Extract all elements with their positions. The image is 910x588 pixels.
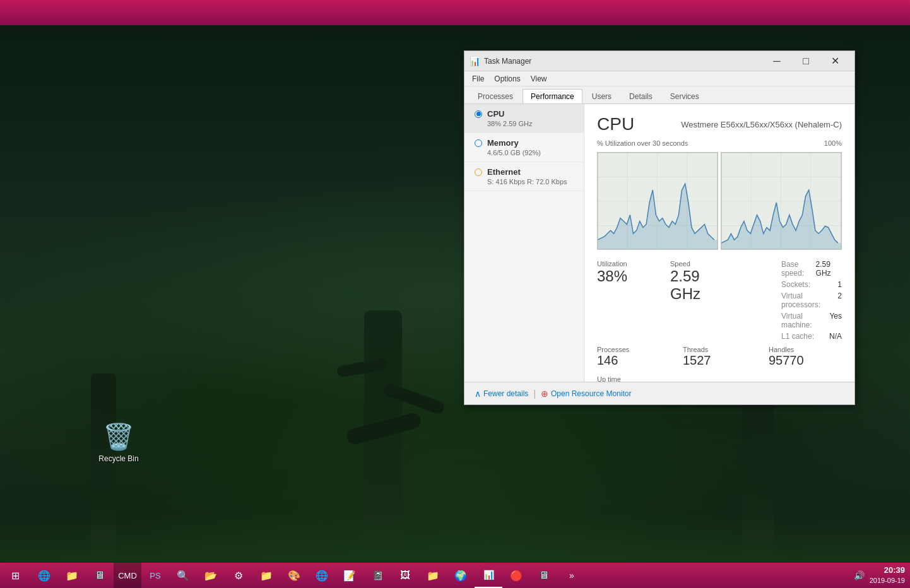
taskbar-word[interactable]: 📝 xyxy=(336,563,363,588)
base-speed-label: Base speed: xyxy=(781,260,816,278)
tab-details[interactable]: Details xyxy=(621,89,661,103)
sidebar-memory-header: Memory xyxy=(475,138,576,148)
taskbar-chrome[interactable]: 🔴 xyxy=(502,563,530,588)
cpu-chart-2-svg xyxy=(721,153,841,249)
tm-title: Task Manager xyxy=(484,57,762,66)
sidebar-item-cpu[interactable]: CPU 38% 2.59 GHz xyxy=(464,104,584,133)
taskbar-more[interactable]: » xyxy=(558,563,586,588)
tm-cpu-panel: CPU Westmere E56xx/L56xx/X56xx (Nehalem-… xyxy=(584,104,854,382)
taskbar-explorer[interactable]: 📁 xyxy=(58,563,86,588)
taskbar-files[interactable]: 📁 xyxy=(419,563,447,588)
tab-performance[interactable]: Performance xyxy=(523,89,582,103)
tm-minimize-button[interactable]: ─ xyxy=(762,51,791,71)
taskbar-taskmgr[interactable]: 📊 xyxy=(475,563,502,588)
cpu-title: CPU xyxy=(597,114,634,134)
cpu-details-right: Base speed: 2.59 GHz Sockets: 1 Virtual … xyxy=(781,260,842,343)
tab-services[interactable]: Services xyxy=(662,89,707,103)
stat-threads: Threads 1527 xyxy=(683,346,756,368)
tm-menu-options[interactable]: Options xyxy=(489,73,525,85)
uptime-label: Up time xyxy=(597,375,842,382)
stat-utilization: Utilization 38% xyxy=(597,260,658,343)
utilization-label: % Utilization over 30 seconds xyxy=(597,139,688,147)
stat-threads-value: 1527 xyxy=(683,353,756,368)
stat-utilization-value: 38% xyxy=(597,268,658,285)
taskbar-search[interactable]: 🔍 xyxy=(169,563,197,588)
start-button[interactable]: ⊞ xyxy=(0,563,30,588)
tm-sidebar: CPU 38% 2.59 GHz Memory 4.6/5.0 GB (92%)… xyxy=(464,104,584,382)
l1-cache-label: L1 cache: xyxy=(781,332,814,341)
taskbar-network[interactable]: 🌐 xyxy=(308,563,336,588)
base-speed-value: 2.59 GHz xyxy=(816,260,842,278)
tm-menu-view[interactable]: View xyxy=(526,73,552,85)
clock-time: 20:39 xyxy=(870,565,905,576)
sidebar-cpu-name: CPU xyxy=(487,109,504,119)
taskbar-onenote[interactable]: 📓 xyxy=(363,563,391,588)
chevron-up-icon: ∧ xyxy=(475,389,481,399)
tm-bottom-bar: ∧ Fewer details | ⊕ Open Resource Monito… xyxy=(464,382,854,404)
virtual-machine-label: Virtual machine: xyxy=(781,312,829,329)
recycle-bin-icon[interactable]: 🗑️ Recycle Bin xyxy=(93,420,144,466)
sidebar-memory-name: Memory xyxy=(487,138,519,148)
stat-speed-value: 2.59 GHz xyxy=(670,268,731,303)
tm-maximize-button[interactable]: □ xyxy=(791,51,820,71)
sidebar-item-memory[interactable]: Memory 4.6/5.0 GB (92%) xyxy=(464,133,584,162)
tm-content: CPU 38% 2.59 GHz Memory 4.6/5.0 GB (92%)… xyxy=(464,104,854,382)
detail-base-speed: Base speed: 2.59 GHz xyxy=(781,260,842,278)
cpu-chart-1 xyxy=(597,152,718,250)
task-manager-window: 📊 Task Manager ─ □ ✕ File Options View P… xyxy=(464,50,855,405)
tm-menubar: File Options View xyxy=(464,71,854,86)
utilization-header: % Utilization over 30 seconds 100% xyxy=(597,139,842,150)
taskbar-left: ⊞ 🌐 📁 🖥 CMD PS 🔍 📂 ⚙ 📁 🎨 🌐 📝 📓 🖼 📁 🌍 📊 🔴… xyxy=(0,563,854,588)
fewer-details-button[interactable]: ∧ Fewer details xyxy=(475,389,528,399)
taskbar-edge[interactable]: 🌐 xyxy=(30,563,58,588)
taskbar xyxy=(0,0,910,25)
virtual-machine-value: Yes xyxy=(829,312,842,329)
taskbar-photos[interactable]: 🖼 xyxy=(391,563,419,588)
taskbar-paint[interactable]: 🎨 xyxy=(280,563,308,588)
tm-window-controls: ─ □ ✕ xyxy=(762,51,849,71)
clock: 20:39 2019-09-19 xyxy=(870,565,905,586)
virtual-processors-label: Virtual processors: xyxy=(781,291,837,309)
cpu-chart-2 xyxy=(721,152,842,250)
taskbar-folder2[interactable]: 📁 xyxy=(252,563,280,588)
recycle-bin-image: 🗑️ xyxy=(103,422,134,452)
sidebar-item-ethernet[interactable]: Ethernet S: 416 Kbps R: 72.0 Kbps xyxy=(464,162,584,191)
taskbar-right: 🔊 20:39 2019-09-19 xyxy=(854,565,910,586)
detail-virtual-machine: Virtual machine: Yes xyxy=(781,312,842,329)
sidebar-ethernet-name: Ethernet xyxy=(487,167,521,177)
tm-menu-file[interactable]: File xyxy=(467,73,489,85)
sidebar-ethernet-detail: S: 416 Kbps R: 72.0 Kbps xyxy=(475,178,576,185)
l1-cache-value: N/A xyxy=(829,332,842,341)
taskbar-folder-yellow[interactable]: 📂 xyxy=(197,563,225,588)
cpu-model: Westmere E56xx/L56xx/X56xx (Nehalem-C) xyxy=(681,120,842,129)
sidebar-cpu-header: CPU xyxy=(475,109,576,119)
virtual-processors-value: 2 xyxy=(837,291,842,309)
sockets-value: 1 xyxy=(837,280,842,289)
taskbar-browser[interactable]: 🌍 xyxy=(447,563,475,588)
stat-threads-label: Threads xyxy=(683,346,756,353)
open-resource-monitor-button[interactable]: ⊕ Open Resource Monitor xyxy=(541,389,631,399)
taskbar-powershell[interactable]: PS xyxy=(141,563,169,588)
taskbar-cmd[interactable]: CMD xyxy=(114,563,141,588)
tab-processes[interactable]: Processes xyxy=(470,89,521,103)
resource-monitor-icon: ⊕ xyxy=(541,389,548,399)
cpu-stats: Utilization 38% Speed 2.59 GHz Base spee… xyxy=(597,260,842,343)
sidebar-ethernet-header: Ethernet xyxy=(475,167,576,177)
stat-handles: Handles 95770 xyxy=(769,346,842,368)
sidebar-ethernet-radio xyxy=(475,168,482,176)
fewer-details-label: Fewer details xyxy=(483,389,528,398)
taskbar-container: ⊞ 🌐 📁 🖥 CMD PS 🔍 📂 ⚙ 📁 🎨 🌐 📝 📓 🖼 📁 🌍 📊 🔴… xyxy=(0,563,910,588)
tab-users[interactable]: Users xyxy=(584,89,620,103)
taskbar-ie[interactable]: 🖥 xyxy=(86,563,114,588)
taskbar-remote[interactable]: 🖥 xyxy=(530,563,558,588)
sidebar-memory-detail: 4.6/5.0 GB (92%) xyxy=(475,149,576,156)
uptime-section: Up time 8:01:45:49 xyxy=(597,375,842,382)
tm-app-icon: 📊 xyxy=(470,56,480,66)
utilization-pct: 100% xyxy=(824,139,842,150)
cpu-charts xyxy=(597,152,842,250)
tm-close-button[interactable]: ✕ xyxy=(820,51,849,71)
recycle-bin-label: Recycle Bin xyxy=(98,454,138,463)
volume-icon[interactable]: 🔊 xyxy=(854,570,865,580)
taskbar-settings[interactable]: ⚙ xyxy=(225,563,252,588)
cpu-proc-stats: Processes 146 Threads 1527 Handles 95770 xyxy=(597,346,842,368)
